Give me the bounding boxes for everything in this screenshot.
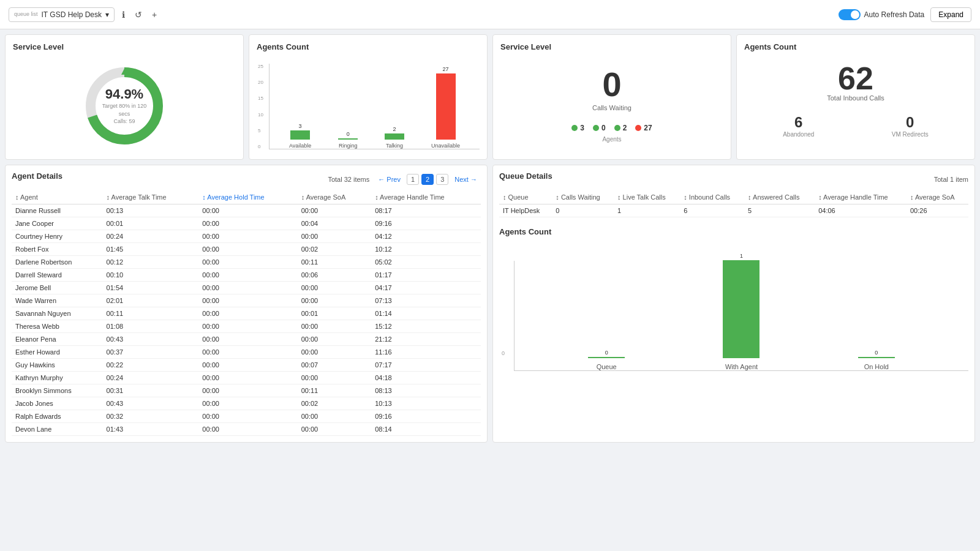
total-items: Total 32 items <box>328 176 369 183</box>
auto-refresh-label: Auto Refresh Data <box>864 10 925 19</box>
dot-talking <box>614 125 620 131</box>
page-3-btn[interactable]: 3 <box>436 174 448 185</box>
agents-count-top-title: Agents Count <box>257 42 480 51</box>
bar-ringing: 0 Ringing <box>338 131 358 149</box>
col-avg-soa[interactable]: ↕ Average SoA <box>298 190 371 204</box>
vm-redirects-stat: 0 VM Redirects <box>892 114 929 138</box>
donut-wrapper: 94.9% Target 80% in 120 secs Calls: 59 <box>78 60 170 152</box>
table-row: Robert Fox01:4500:0000:0210:12 <box>12 243 481 256</box>
calls-waiting-value: 0 <box>602 67 621 102</box>
table-row: Ralph Edwards00:3200:0000:0009:16 <box>12 410 481 423</box>
top-bar-right: Auto Refresh Data Expand <box>839 7 971 22</box>
toggle-thumb <box>851 10 859 19</box>
dot-group-3: 27 <box>635 124 652 132</box>
bar-on-hold: 0 On Hold <box>858 350 895 370</box>
table-row: Kathryn Murphy00:2400:0000:0004:18 <box>12 372 481 384</box>
table-row: Devon Lane01:4300:0000:0008:14 <box>12 423 481 436</box>
table-row: Theresa Webb01:0800:0000:0015:12 <box>12 320 481 333</box>
queue-selector-sublabel: queue list <box>14 12 38 17</box>
queue-details-card: Queue Details Total 1 item ↕ Queue ↕ Cal… <box>492 165 975 443</box>
total-calls-label: Total Inbound Calls <box>744 94 967 102</box>
dashboard: Service Level 94.9% Target 80% in 120 se… <box>0 29 980 448</box>
queue-selector-value: IT GSD Help Desk <box>42 10 102 19</box>
col-avg-talk[interactable]: ↕ Average Talk Time <box>103 190 199 204</box>
table-row: Eleanor Pena00:4300:0000:0021:12 <box>12 333 481 346</box>
top-bar: queue list IT GSD Help Desk ▾ ℹ ↺ + Auto… <box>0 0 980 29</box>
col-answered[interactable]: ↕ Answered Calls <box>744 190 815 204</box>
table-row: Jerome Bell01:5400:0000:0004:17 <box>12 282 481 294</box>
service-level-title: Service Level <box>13 42 64 51</box>
prev-page-btn[interactable]: ← Prev <box>374 174 404 184</box>
bar-queue-rect <box>588 357 625 358</box>
table-row: Courtney Henry00:2400:0000:0004:12 <box>12 230 481 243</box>
agent-details-table: ↕ Agent ↕ Average Talk Time ↕ Average Ho… <box>12 190 481 436</box>
bar-talking: 2 Talking <box>385 126 404 149</box>
top-bar-left: queue list IT GSD Help Desk ▾ ℹ ↺ + <box>9 7 159 22</box>
agent-details-card: Agent Details Total 32 items ← Prev 1 2 … <box>5 165 488 443</box>
col-soa[interactable]: ↕ Average SoA <box>907 190 968 204</box>
col-calls-waiting[interactable]: ↕ Calls Waiting <box>552 190 614 204</box>
col-agent[interactable]: ↕ Agent <box>12 190 103 204</box>
y-zero-label: 0 <box>502 350 505 356</box>
dot-group-1: 0 <box>593 124 606 132</box>
expand-button[interactable]: Expand <box>930 7 971 22</box>
queue-table-header: ↕ Queue ↕ Calls Waiting ↕ Live Talk Call… <box>499 190 968 204</box>
queue-total-items: Total 1 item <box>934 176 968 183</box>
table-row: IT HelpDesk016504:0600:26 <box>499 204 968 217</box>
col-inbound[interactable]: ↕ Inbound Calls <box>680 190 744 204</box>
table-row: Dianne Russell00:1300:0000:0008:17 <box>12 204 481 217</box>
service-level-card: Service Level 94.9% Target 80% in 120 se… <box>5 34 244 160</box>
agent-table-body: Dianne Russell00:1300:0000:0008:17Jane C… <box>12 204 481 436</box>
table-header-row: Agent Details Total 32 items ← Prev 1 2 … <box>12 171 481 187</box>
y-axis: 2520151050 <box>258 64 263 149</box>
queue-details-title: Queue Details <box>499 171 552 181</box>
table-row: Darlene Robertson00:1200:0000:1105:02 <box>12 256 481 269</box>
refresh-icon[interactable]: ↺ <box>132 9 145 21</box>
vm-redirects-value: 0 <box>892 114 929 131</box>
bar-talking-rect <box>385 133 404 140</box>
table-row: Darrell Steward00:1000:0000:0601:17 <box>12 269 481 282</box>
agents-label: Agents <box>602 136 621 143</box>
agents-count-bottom-title: Agents Count <box>499 227 968 236</box>
agents-count-stats-card: Agents Count 62 Total Inbound Calls 6 Ab… <box>736 34 975 160</box>
col-live-talk[interactable]: ↕ Live Talk Calls <box>614 190 680 204</box>
service-level-queue-card: Service Level 0 Calls Waiting 3 0 2 <box>492 34 731 160</box>
table-row: Guy Hawkins00:2200:0000:0707:17 <box>12 359 481 372</box>
col-handle-time[interactable]: ↕ Average Handle Time <box>815 190 907 204</box>
col-queue[interactable]: ↕ Queue <box>499 190 552 204</box>
service-level-queue-title: Service Level <box>500 42 723 51</box>
bar-ringing-rect <box>338 138 358 140</box>
dot-unavailable <box>635 125 641 131</box>
col-avg-hold[interactable]: ↕ Average Hold Time <box>198 190 297 204</box>
table-row: Jacob Jones00:4300:0000:0210:13 <box>12 397 481 410</box>
agents-count-bottom-section: Agents Count 0 0 Queue 1 With Agent <box>499 227 968 371</box>
table-row: Wade Warren02:0100:0000:0007:13 <box>12 294 481 307</box>
chevron-down-icon: ▾ <box>105 10 109 19</box>
queue-selector[interactable]: queue list IT GSD Help Desk ▾ <box>9 7 115 22</box>
agents-bar-chart: 3 Available 0 Ringing 2 Talking 27 <box>269 64 480 149</box>
next-page-btn[interactable]: Next → <box>451 174 481 184</box>
agents-bottom-bar-chart: 0 Queue 1 With Agent 0 On Hold <box>514 261 968 371</box>
page-1-btn[interactable]: 1 <box>407 174 419 185</box>
table-row: Brooklyn Simmons00:3100:0000:1108:13 <box>12 384 481 397</box>
auto-refresh-toggle[interactable]: Auto Refresh Data <box>839 9 925 20</box>
toggle-track[interactable] <box>839 9 861 20</box>
bar-with-agent-rect <box>723 260 760 358</box>
donut-center: 94.9% Target 80% in 120 secs Calls: 59 <box>102 86 148 126</box>
bar-available-rect <box>290 130 310 140</box>
table-row: Jane Cooper00:0100:0000:0409:16 <box>12 217 481 230</box>
table-pagination-area: Total 32 items ← Prev 1 2 3 Next → <box>328 174 481 185</box>
queue-details-table: ↕ Queue ↕ Calls Waiting ↕ Live Talk Call… <box>499 190 968 217</box>
agent-dots: 3 0 2 27 <box>571 124 652 132</box>
total-calls-value: 62 <box>744 62 967 94</box>
abandoned-value: 6 <box>783 114 814 131</box>
col-avg-handle[interactable]: ↕ Average Handle Time <box>371 190 481 204</box>
info-icon[interactable]: ℹ <box>119 9 127 21</box>
add-icon[interactable]: + <box>149 9 159 21</box>
page-2-btn[interactable]: 2 <box>421 174 434 185</box>
bar-queue: 0 Queue <box>588 350 625 370</box>
table-row: Savannah Nguyen00:1100:0000:0101:14 <box>12 307 481 320</box>
stat-row: 6 Abandoned 0 VM Redirects <box>744 114 967 138</box>
dot-available <box>571 125 578 131</box>
dot-group-2: 2 <box>614 124 627 132</box>
